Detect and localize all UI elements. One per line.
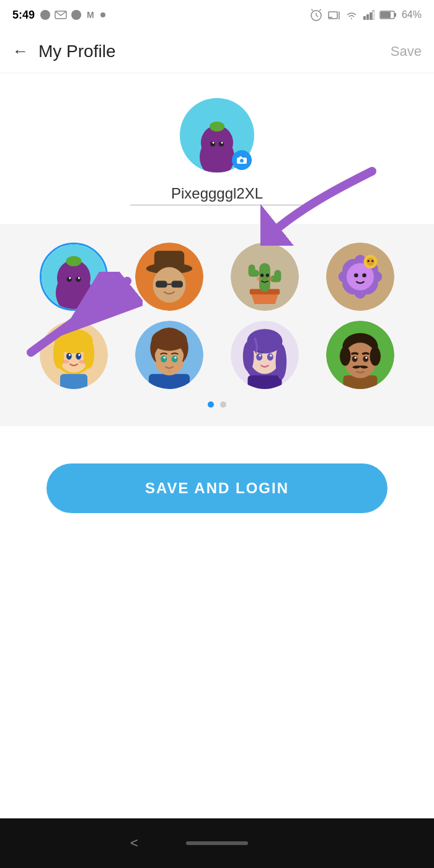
svg-rect-12	[363, 16, 366, 20]
alarm-icon	[310, 9, 322, 21]
svg-point-120	[355, 357, 356, 359]
camera-icon	[236, 156, 247, 164]
status-bar: 5:49 M 64%	[0, 0, 434, 30]
svg-point-0	[40, 10, 50, 20]
svg-rect-33	[239, 156, 242, 158]
avatar-option-cactus[interactable]	[231, 243, 299, 311]
svg-point-87	[69, 354, 71, 356]
svg-point-77	[371, 260, 373, 262]
svg-point-99	[174, 357, 176, 359]
svg-point-30	[221, 142, 223, 144]
svg-point-73	[362, 274, 366, 278]
svg-point-4	[100, 12, 105, 17]
dot-1[interactable]	[208, 401, 214, 408]
bottom-nav-bar: <	[0, 818, 434, 868]
dot-icon	[100, 12, 105, 17]
status-right-icons: 64%	[310, 9, 422, 21]
svg-point-72	[354, 274, 358, 278]
svg-rect-46	[154, 251, 184, 270]
svg-point-98	[164, 357, 166, 359]
svg-point-58	[260, 274, 264, 277]
svg-point-86	[76, 353, 81, 360]
avatar-section	[0, 73, 434, 218]
avatar-wrapper[interactable]	[180, 98, 254, 172]
svg-point-85	[66, 353, 72, 360]
svg-point-83	[53, 341, 64, 369]
svg-point-96	[161, 356, 167, 362]
svg-point-76	[368, 260, 370, 262]
top-nav: ← My Profile Save	[0, 30, 434, 73]
avatar-option-mustache-man[interactable]	[326, 321, 394, 389]
svg-point-106	[243, 341, 254, 371]
avatar-option-detective[interactable]	[135, 243, 203, 311]
svg-point-32	[240, 159, 244, 163]
avatar-option-blonde-girl[interactable]	[40, 321, 108, 389]
avatar-option-blue-hair[interactable]	[231, 321, 299, 389]
svg-point-88	[78, 354, 80, 356]
wifi-icon	[345, 10, 358, 20]
svg-point-110	[259, 354, 261, 356]
svg-point-43	[78, 277, 80, 279]
svg-point-108	[256, 353, 262, 360]
svg-point-121	[365, 357, 367, 359]
circle-icon-2	[71, 9, 82, 20]
svg-point-59	[266, 274, 270, 277]
svg-point-118	[352, 356, 358, 362]
svg-point-117	[370, 347, 381, 366]
save-login-button[interactable]: SAVE AND LOGIN	[46, 463, 388, 513]
svg-rect-17	[394, 13, 396, 17]
avatar-grid-section	[0, 224, 434, 426]
page-title: My Profile	[38, 42, 391, 61]
mail-icon	[55, 11, 67, 19]
status-time: 5:49 M	[12, 9, 105, 22]
svg-rect-13	[366, 14, 369, 20]
camera-badge[interactable]	[232, 150, 252, 170]
svg-point-29	[213, 142, 215, 144]
svg-rect-55	[249, 264, 255, 275]
avatar-option-octopus[interactable]	[326, 243, 394, 311]
svg-rect-103	[248, 375, 282, 389]
status-icons: M	[40, 9, 105, 20]
svg-point-111	[270, 354, 272, 356]
svg-point-60	[257, 277, 262, 281]
username-input[interactable]	[130, 185, 304, 205]
save-button[interactable]: Save	[391, 43, 422, 60]
avatar-option-eggplant[interactable]	[40, 243, 108, 311]
svg-point-90	[79, 360, 86, 364]
home-indicator[interactable]	[186, 841, 248, 845]
time-display: 5:49	[12, 9, 35, 22]
svg-point-116	[340, 347, 351, 366]
dot-2[interactable]	[220, 401, 226, 408]
svg-line-7	[316, 16, 318, 17]
battery-percent: 64%	[402, 9, 422, 20]
avatar-grid	[31, 243, 403, 389]
svg-rect-15	[373, 11, 374, 20]
avatar-option-brown-hero[interactable]	[135, 321, 203, 389]
battery-icon	[379, 10, 397, 20]
svg-rect-48	[156, 281, 167, 288]
svg-point-119	[363, 356, 368, 362]
svg-point-95	[151, 329, 187, 351]
back-chevron-icon[interactable]: <	[130, 835, 138, 851]
svg-point-97	[172, 356, 178, 362]
circle-icon	[40, 9, 51, 20]
svg-point-89	[62, 360, 69, 364]
svg-point-2	[71, 10, 81, 20]
svg-point-109	[267, 353, 273, 360]
svg-rect-80	[60, 374, 87, 389]
cast-icon	[327, 9, 340, 21]
svg-rect-49	[171, 281, 183, 288]
svg-rect-14	[370, 12, 372, 20]
svg-point-84	[83, 341, 94, 369]
svg-line-9	[319, 9, 321, 11]
svg-point-100	[168, 370, 170, 372]
svg-point-75	[366, 257, 374, 266]
svg-point-61	[267, 277, 273, 281]
signal-icon	[363, 10, 374, 20]
back-button[interactable]: ←	[12, 42, 29, 61]
svg-point-107	[276, 344, 287, 379]
svg-line-8	[311, 9, 313, 11]
pagination-dots	[12, 401, 422, 408]
svg-point-42	[69, 277, 71, 279]
svg-rect-57	[274, 270, 281, 281]
